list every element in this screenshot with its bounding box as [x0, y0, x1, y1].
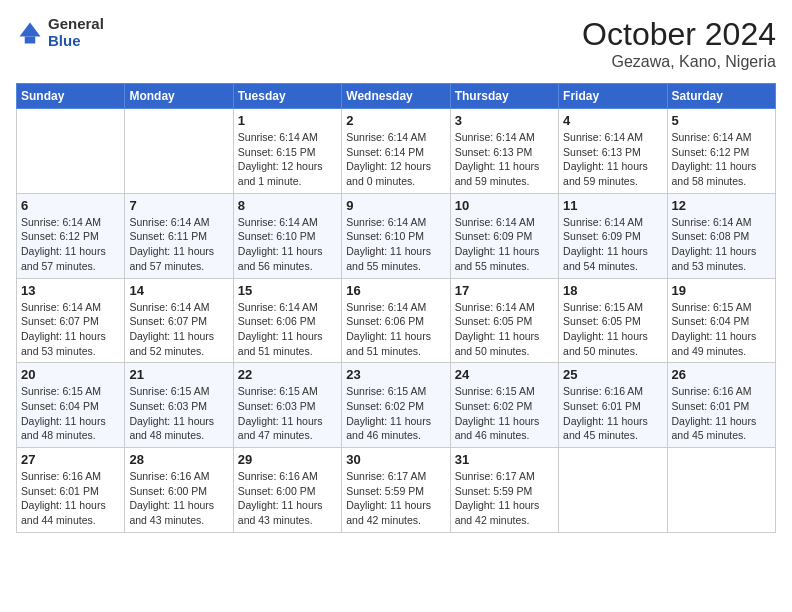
day-number: 20 [21, 367, 120, 382]
calendar-cell: 28Sunrise: 6:16 AMSunset: 6:00 PMDayligh… [125, 448, 233, 533]
day-info: Sunrise: 6:16 AMSunset: 6:00 PMDaylight:… [238, 469, 337, 528]
month-title: October 2024 [582, 16, 776, 53]
calendar-cell: 7Sunrise: 6:14 AMSunset: 6:11 PMDaylight… [125, 193, 233, 278]
calendar-cell: 2Sunrise: 6:14 AMSunset: 6:14 PMDaylight… [342, 109, 450, 194]
day-info: Sunrise: 6:14 AMSunset: 6:11 PMDaylight:… [129, 215, 228, 274]
calendar-cell: 19Sunrise: 6:15 AMSunset: 6:04 PMDayligh… [667, 278, 775, 363]
day-number: 30 [346, 452, 445, 467]
calendar-cell: 27Sunrise: 6:16 AMSunset: 6:01 PMDayligh… [17, 448, 125, 533]
day-number: 31 [455, 452, 554, 467]
day-info: Sunrise: 6:15 AMSunset: 6:04 PMDaylight:… [21, 384, 120, 443]
calendar-cell: 15Sunrise: 6:14 AMSunset: 6:06 PMDayligh… [233, 278, 341, 363]
day-info: Sunrise: 6:14 AMSunset: 6:06 PMDaylight:… [346, 300, 445, 359]
calendar-cell: 13Sunrise: 6:14 AMSunset: 6:07 PMDayligh… [17, 278, 125, 363]
calendar-cell: 14Sunrise: 6:14 AMSunset: 6:07 PMDayligh… [125, 278, 233, 363]
calendar-cell: 25Sunrise: 6:16 AMSunset: 6:01 PMDayligh… [559, 363, 667, 448]
day-info: Sunrise: 6:14 AMSunset: 6:12 PMDaylight:… [672, 130, 771, 189]
day-number: 27 [21, 452, 120, 467]
day-number: 14 [129, 283, 228, 298]
title-block: October 2024 Gezawa, Kano, Nigeria [582, 16, 776, 71]
weekday-header-sunday: Sunday [17, 84, 125, 109]
calendar-week-4: 20Sunrise: 6:15 AMSunset: 6:04 PMDayligh… [17, 363, 776, 448]
day-number: 29 [238, 452, 337, 467]
calendar-cell: 1Sunrise: 6:14 AMSunset: 6:15 PMDaylight… [233, 109, 341, 194]
weekday-header-saturday: Saturday [667, 84, 775, 109]
day-number: 18 [563, 283, 662, 298]
calendar-cell: 12Sunrise: 6:14 AMSunset: 6:08 PMDayligh… [667, 193, 775, 278]
calendar-cell: 18Sunrise: 6:15 AMSunset: 6:05 PMDayligh… [559, 278, 667, 363]
day-info: Sunrise: 6:14 AMSunset: 6:14 PMDaylight:… [346, 130, 445, 189]
day-number: 21 [129, 367, 228, 382]
weekday-header-friday: Friday [559, 84, 667, 109]
day-number: 12 [672, 198, 771, 213]
logo-blue: Blue [48, 33, 104, 50]
weekday-header-row: SundayMondayTuesdayWednesdayThursdayFrid… [17, 84, 776, 109]
calendar-cell: 8Sunrise: 6:14 AMSunset: 6:10 PMDaylight… [233, 193, 341, 278]
weekday-header-tuesday: Tuesday [233, 84, 341, 109]
day-info: Sunrise: 6:16 AMSunset: 6:01 PMDaylight:… [672, 384, 771, 443]
day-info: Sunrise: 6:15 AMSunset: 6:03 PMDaylight:… [129, 384, 228, 443]
calendar-cell: 30Sunrise: 6:17 AMSunset: 5:59 PMDayligh… [342, 448, 450, 533]
day-number: 19 [672, 283, 771, 298]
day-number: 1 [238, 113, 337, 128]
day-number: 9 [346, 198, 445, 213]
calendar-cell: 26Sunrise: 6:16 AMSunset: 6:01 PMDayligh… [667, 363, 775, 448]
day-info: Sunrise: 6:14 AMSunset: 6:10 PMDaylight:… [238, 215, 337, 274]
day-info: Sunrise: 6:14 AMSunset: 6:09 PMDaylight:… [455, 215, 554, 274]
day-info: Sunrise: 6:14 AMSunset: 6:07 PMDaylight:… [21, 300, 120, 359]
day-number: 26 [672, 367, 771, 382]
day-number: 17 [455, 283, 554, 298]
day-info: Sunrise: 6:15 AMSunset: 6:04 PMDaylight:… [672, 300, 771, 359]
calendar-cell [125, 109, 233, 194]
calendar-cell: 24Sunrise: 6:15 AMSunset: 6:02 PMDayligh… [450, 363, 558, 448]
day-info: Sunrise: 6:16 AMSunset: 6:01 PMDaylight:… [563, 384, 662, 443]
calendar-cell: 16Sunrise: 6:14 AMSunset: 6:06 PMDayligh… [342, 278, 450, 363]
day-number: 8 [238, 198, 337, 213]
day-number: 13 [21, 283, 120, 298]
day-info: Sunrise: 6:17 AMSunset: 5:59 PMDaylight:… [346, 469, 445, 528]
day-number: 22 [238, 367, 337, 382]
day-number: 15 [238, 283, 337, 298]
day-number: 23 [346, 367, 445, 382]
day-number: 4 [563, 113, 662, 128]
calendar-cell: 10Sunrise: 6:14 AMSunset: 6:09 PMDayligh… [450, 193, 558, 278]
calendar-table: SundayMondayTuesdayWednesdayThursdayFrid… [16, 83, 776, 533]
day-number: 28 [129, 452, 228, 467]
location: Gezawa, Kano, Nigeria [582, 53, 776, 71]
calendar-week-3: 13Sunrise: 6:14 AMSunset: 6:07 PMDayligh… [17, 278, 776, 363]
logo: General Blue [16, 16, 104, 49]
logo-icon [16, 19, 44, 47]
day-info: Sunrise: 6:15 AMSunset: 6:03 PMDaylight:… [238, 384, 337, 443]
weekday-header-thursday: Thursday [450, 84, 558, 109]
calendar-cell [559, 448, 667, 533]
day-info: Sunrise: 6:14 AMSunset: 6:10 PMDaylight:… [346, 215, 445, 274]
day-number: 3 [455, 113, 554, 128]
day-info: Sunrise: 6:14 AMSunset: 6:07 PMDaylight:… [129, 300, 228, 359]
calendar-cell: 31Sunrise: 6:17 AMSunset: 5:59 PMDayligh… [450, 448, 558, 533]
day-info: Sunrise: 6:14 AMSunset: 6:13 PMDaylight:… [563, 130, 662, 189]
page-header: General Blue October 2024 Gezawa, Kano, … [16, 16, 776, 71]
calendar-cell: 22Sunrise: 6:15 AMSunset: 6:03 PMDayligh… [233, 363, 341, 448]
svg-marker-0 [20, 22, 41, 36]
calendar-week-1: 1Sunrise: 6:14 AMSunset: 6:15 PMDaylight… [17, 109, 776, 194]
day-info: Sunrise: 6:14 AMSunset: 6:13 PMDaylight:… [455, 130, 554, 189]
weekday-header-monday: Monday [125, 84, 233, 109]
day-number: 24 [455, 367, 554, 382]
calendar-cell [17, 109, 125, 194]
day-info: Sunrise: 6:17 AMSunset: 5:59 PMDaylight:… [455, 469, 554, 528]
calendar-week-5: 27Sunrise: 6:16 AMSunset: 6:01 PMDayligh… [17, 448, 776, 533]
calendar-cell: 3Sunrise: 6:14 AMSunset: 6:13 PMDaylight… [450, 109, 558, 194]
day-number: 16 [346, 283, 445, 298]
calendar-cell: 23Sunrise: 6:15 AMSunset: 6:02 PMDayligh… [342, 363, 450, 448]
logo-general: General [48, 16, 104, 33]
day-number: 2 [346, 113, 445, 128]
day-number: 7 [129, 198, 228, 213]
calendar-cell: 5Sunrise: 6:14 AMSunset: 6:12 PMDaylight… [667, 109, 775, 194]
day-number: 11 [563, 198, 662, 213]
calendar-cell: 6Sunrise: 6:14 AMSunset: 6:12 PMDaylight… [17, 193, 125, 278]
calendar-cell [667, 448, 775, 533]
calendar-cell: 17Sunrise: 6:14 AMSunset: 6:05 PMDayligh… [450, 278, 558, 363]
day-info: Sunrise: 6:14 AMSunset: 6:05 PMDaylight:… [455, 300, 554, 359]
day-info: Sunrise: 6:15 AMSunset: 6:02 PMDaylight:… [346, 384, 445, 443]
calendar-cell: 21Sunrise: 6:15 AMSunset: 6:03 PMDayligh… [125, 363, 233, 448]
